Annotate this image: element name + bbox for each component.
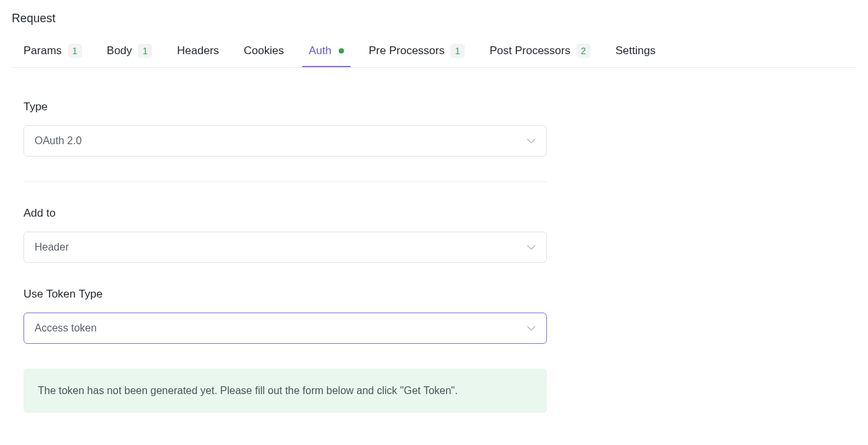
type-select-value: OAuth 2.0 — [35, 135, 82, 147]
use-token-type-select[interactable]: Access token — [23, 313, 547, 344]
tab-params-label: Params — [23, 44, 62, 57]
section-divider — [23, 181, 547, 182]
chevron-down-icon — [527, 136, 536, 146]
tab-headers-label: Headers — [177, 44, 219, 57]
tab-auth-indicator-dot — [339, 48, 344, 54]
tabs-row: Params 1 Body 1 Headers Cookies Auth Pre… — [12, 37, 856, 68]
tab-body-badge: 1 — [138, 44, 152, 58]
use-token-type-label: Use Token Type — [23, 288, 560, 301]
tab-params-badge: 1 — [68, 44, 82, 58]
type-label: Type — [23, 100, 560, 114]
tab-body[interactable]: Body 1 — [107, 37, 153, 67]
tab-cookies-label: Cookies — [244, 44, 284, 57]
tab-post-processors-badge: 2 — [576, 44, 591, 58]
use-token-type-select-value: Access token — [35, 322, 97, 334]
use-token-type-field-group: Use Token Type Access token — [23, 288, 560, 344]
auth-content: Type OAuth 2.0 Add to Header Use Token T… — [12, 68, 572, 413]
chevron-down-icon — [527, 324, 536, 333]
tab-pre-processors-badge: 1 — [450, 44, 465, 58]
type-field-group: Type OAuth 2.0 — [23, 100, 560, 157]
tab-post-processors[interactable]: Post Processors 2 — [489, 37, 591, 67]
token-info-message: The token has not been generated yet. Pl… — [23, 369, 547, 413]
add-to-label: Add to — [23, 207, 560, 220]
chevron-down-icon — [527, 243, 536, 252]
tab-pre-processors-label: Pre Processors — [369, 44, 444, 57]
add-to-select[interactable]: Header — [23, 232, 547, 263]
page-title: Request — [12, 12, 856, 25]
tab-params[interactable]: Params 1 — [23, 37, 82, 67]
tab-auth-label: Auth — [309, 44, 332, 57]
type-select[interactable]: OAuth 2.0 — [23, 125, 547, 157]
tab-post-processors-label: Post Processors — [489, 44, 570, 57]
tab-cookies[interactable]: Cookies — [244, 38, 284, 67]
add-to-field-group: Add to Header — [23, 207, 560, 263]
tab-body-label: Body — [107, 44, 132, 57]
tab-settings[interactable]: Settings — [615, 38, 655, 67]
tab-settings-label: Settings — [615, 44, 655, 57]
add-to-select-value: Header — [35, 241, 69, 253]
tab-headers[interactable]: Headers — [177, 38, 219, 67]
tab-auth[interactable]: Auth — [309, 38, 344, 67]
tab-pre-processors[interactable]: Pre Processors 1 — [369, 37, 465, 67]
